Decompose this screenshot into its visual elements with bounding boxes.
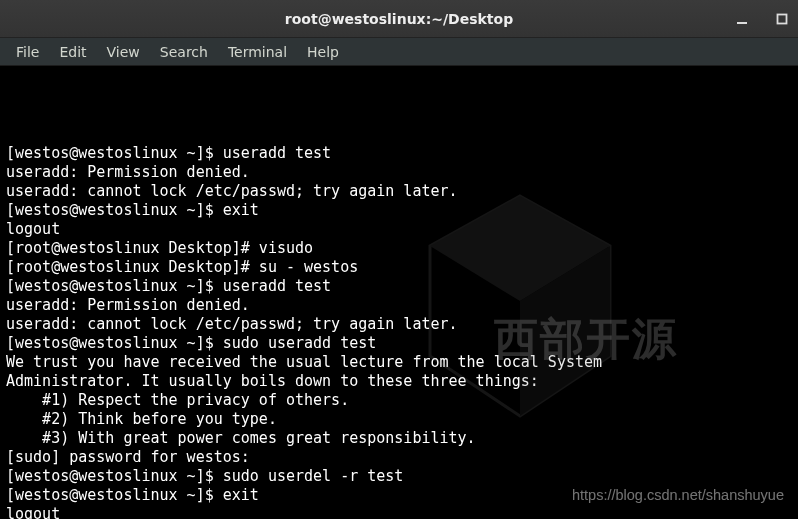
terminal-line: Administrator. It usually boils down to … [6,372,792,391]
menu-file[interactable]: File [6,41,49,63]
terminal-line: [root@westoslinux Desktop]# su - westos [6,258,792,277]
titlebar: root@westoslinux:~/Desktop [0,0,798,38]
terminal-line: [westos@westoslinux ~]$ sudo useradd tes… [6,334,792,353]
terminal-line: useradd: cannot lock /etc/passwd; try ag… [6,182,792,201]
menu-help[interactable]: Help [297,41,349,63]
terminal-line: [westos@westoslinux ~]$ sudo userdel -r … [6,467,792,486]
minimize-button[interactable] [732,9,752,29]
terminal-line: useradd: cannot lock /etc/passwd; try ag… [6,315,792,334]
svg-rect-0 [737,22,747,24]
terminal-line: [westos@westoslinux ~]$ exit [6,201,792,220]
terminal-line: #3) With great power comes great respons… [6,429,792,448]
terminal-line: We trust you have received the usual lec… [6,353,792,372]
menu-view[interactable]: View [97,41,150,63]
terminal-line: logout [6,505,792,519]
terminal-viewport[interactable]: 西部开源 [westos@westoslinux ~]$ useradd tes… [0,66,798,519]
window-controls [732,0,792,37]
window-title: root@westoslinux:~/Desktop [0,11,798,27]
terminal-line: useradd: Permission denied. [6,296,792,315]
terminal-line: [sudo] password for westos: [6,448,792,467]
terminal-line: useradd: Permission denied. [6,163,792,182]
terminal-line: [westos@westoslinux ~]$ useradd test [6,277,792,296]
terminal-line: [westos@westoslinux ~]$ useradd test [6,144,792,163]
menu-terminal[interactable]: Terminal [218,41,297,63]
menu-search[interactable]: Search [150,41,218,63]
svg-rect-1 [778,14,787,23]
maximize-button[interactable] [772,9,792,29]
terminal-line: #2) Think before you type. [6,410,792,429]
menubar: File Edit View Search Terminal Help [0,38,798,66]
terminal-line: [root@westoslinux Desktop]# visudo [6,239,792,258]
terminal-line: logout [6,220,792,239]
terminal-line: #1) Respect the privacy of others. [6,391,792,410]
menu-edit[interactable]: Edit [49,41,96,63]
terminal-line: [westos@westoslinux ~]$ exit [6,486,792,505]
